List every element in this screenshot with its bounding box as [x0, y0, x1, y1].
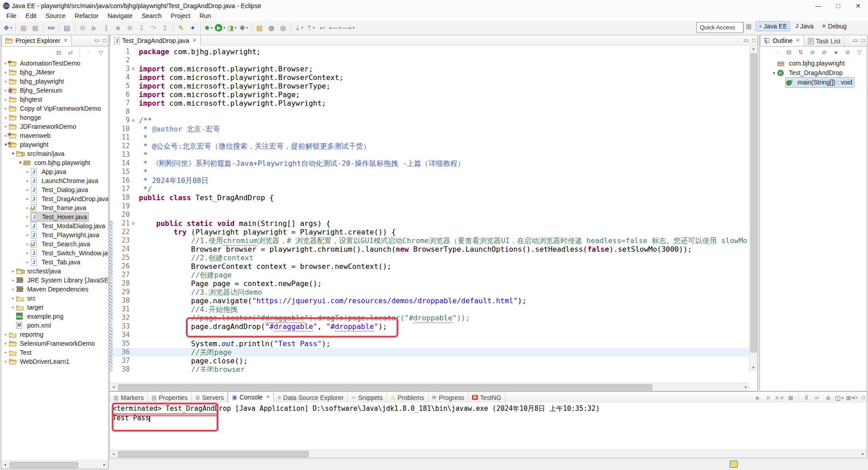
status-tray-icon[interactable] [730, 461, 738, 468]
minimize-view-icon[interactable]: ▭ [94, 37, 99, 43]
expand-icon[interactable]: ▸ [10, 294, 16, 303]
code-line-12[interactable]: 12 * @公众号:北京宏哥（微信搜索，关注宏哥，提前解锁更多测试干货） [110, 142, 757, 150]
tab-outline[interactable]: Outline ✕ [760, 35, 804, 46]
expand-icon[interactable]: ▸ [3, 348, 9, 357]
collapse-icon[interactable]: ▾ [18, 158, 23, 167]
code-line-9[interactable]: 9⊖/** [110, 116, 757, 125]
outline-hide-non-public-button[interactable]: ● [832, 47, 840, 56]
tree-item-jre-system-library-javase-1-[interactable]: ▸JRE System Library [JavaSE-1. [1, 276, 108, 285]
toolbar-external-tools-button[interactable]: ✱▾ [238, 23, 249, 33]
code-line-27[interactable]: 27 //创建page [110, 271, 757, 279]
toolbar-suspend-button[interactable]: ∥ [101, 23, 112, 33]
collapse-icon[interactable]: ▾ [10, 149, 16, 158]
toolbar-forward-button[interactable]: ⟶▾ [342, 23, 355, 33]
maximize-view-icon[interactable]: □ [752, 37, 755, 43]
collapse-icon[interactable]: ▾ [3, 140, 9, 149]
close-icon[interactable]: ✕ [796, 38, 800, 43]
console-clear-console-button[interactable]: ⊠ [786, 393, 795, 402]
scroll-down-icon[interactable]: ▾ [750, 365, 757, 372]
scroll-left-icon[interactable]: ◂ [110, 450, 117, 458]
expand-icon[interactable]: ▸ [10, 303, 16, 312]
toolbar-step-return-button[interactable]: ↥ [160, 23, 170, 33]
outline-tree[interactable]: com.bjhg.playwright▾CTest_DragAndDropSma… [760, 59, 867, 391]
tab-project-explorer[interactable]: Project Explorer ✕ [1, 35, 72, 46]
explorer-view-menu-button[interactable]: ▽ [97, 48, 105, 57]
menu-file[interactable]: File [2, 12, 21, 21]
maximize-view-icon[interactable]: □ [862, 394, 865, 400]
tree-item-app-java[interactable]: ▸JApp.java [1, 167, 108, 176]
chevron-down-icon[interactable]: ▾ [313, 26, 315, 30]
tree-item-test-tab-java[interactable]: ▸JTest_Tab.java [1, 258, 108, 267]
code-line-34[interactable]: 34 [110, 331, 757, 339]
toolbar-terminate-button[interactable]: ■ [113, 23, 123, 33]
expand-icon[interactable]: ▸ [3, 131, 9, 140]
tree-item-src[interactable]: ▸src [1, 294, 108, 303]
console-remove-launch-button[interactable]: ✕ [764, 393, 773, 402]
toolbar-skip-breakpoints-button[interactable]: ⊘ [77, 23, 88, 33]
chevron-down-icon[interactable]: ▾ [235, 26, 236, 30]
code-editor[interactable]: 1package com.bjhg.playwright;23⊖import c… [110, 46, 757, 372]
expand-icon[interactable]: ▸ [3, 330, 9, 339]
console-scroll-lock-button[interactable]: ⊼ [802, 393, 811, 402]
menu-project[interactable]: Project [166, 12, 195, 21]
toolbar-next-annotation-button[interactable]: ⇣▾ [293, 23, 304, 33]
expand-icon[interactable]: ▸ [25, 212, 30, 221]
minimize-view-icon[interactable]: ▭ [743, 37, 748, 43]
tree-item-jdframeworkdemo[interactable]: ▸JDFrameworkDemo [1, 122, 108, 131]
explorer-collapse-all-button[interactable]: ⊟ [55, 48, 63, 57]
scroll-left-icon[interactable]: ◂ [1, 461, 9, 469]
fold-marker-icon[interactable]: ⊖ [132, 65, 135, 73]
toolbar-search-button[interactable]: ✦ [187, 23, 198, 33]
toolbar-back-button[interactable]: ⟵▾ [329, 23, 341, 33]
expand-icon[interactable]: ▸ [3, 95, 9, 104]
code-line-8[interactable]: 8 [110, 108, 757, 116]
code-line-3[interactable]: 3⊖import com.microsoft.playwright.Browse… [110, 65, 757, 73]
tree-item-maven-dependencies[interactable]: ▸Maven Dependencies [1, 285, 108, 294]
code-line-13[interactable]: 13 * [110, 150, 757, 159]
tree-item-playwright[interactable]: ▾Mplaywright [1, 140, 108, 149]
tree-item-bjhgtest[interactable]: ▸bjhgtest [1, 95, 108, 104]
outline-focus-button[interactable]: ◌ [773, 47, 781, 56]
tree-item-test-playwright-java[interactable]: ▸JTest_Playwright.java [1, 230, 108, 240]
tree-item-test-draganddrop-java[interactable]: ▸JTest_DragAndDrop.java [1, 194, 108, 203]
tree-item-reportng[interactable]: ▸reportng [1, 330, 108, 339]
toolbar-new-wizard-button[interactable]: ❖▾ [2, 23, 13, 33]
toolbar-save-all-button[interactable]: ▩ [30, 23, 41, 33]
outline-hide-local-types-button[interactable]: ⊘ [844, 47, 852, 56]
expand-icon[interactable]: ▸ [3, 77, 9, 86]
maximize-button[interactable]: □ [828, 0, 848, 12]
outline-item-main-string-void[interactable]: Smain(String[]) : void [760, 78, 867, 87]
code-line-1[interactable]: 1package com.bjhg.playwright; [110, 47, 757, 56]
expand-icon[interactable]: ▸ [3, 86, 9, 95]
toolbar-run-button[interactable]: ▶▾ [215, 23, 226, 33]
code-line-29[interactable]: 29 //3.浏览器访问demo [110, 288, 757, 296]
expand-icon[interactable]: ▸ [25, 194, 30, 203]
perspective-java-ee[interactable]: ♦Java EE [756, 21, 790, 31]
chevron-down-icon[interactable]: ▾ [301, 26, 303, 30]
tree-item-launchchrome-java[interactable]: ▸JLaunchChrome.java [1, 176, 108, 185]
expand-icon[interactable]: ▸ [3, 59, 9, 68]
expand-icon[interactable]: ▸ [10, 267, 16, 276]
expand-icon[interactable]: ▸ [25, 249, 30, 258]
close-icon[interactable]: ✕ [266, 394, 270, 400]
menu-search[interactable]: Search [137, 12, 166, 21]
tree-item-test-search-java[interactable]: ▸JTest_Search.java [1, 240, 108, 249]
expand-icon[interactable]: ▸ [3, 357, 9, 366]
expand-icon[interactable]: ▸ [3, 104, 9, 113]
scrollbar-thumb[interactable] [118, 384, 652, 390]
fold-marker-icon[interactable]: ⊖ [132, 116, 135, 125]
project-explorer-tree[interactable]: ▸MAutomationTestDemo▸bjhg_JMeter▸bjhg_pl… [1, 59, 108, 461]
tree-item-bjhg-jmeter[interactable]: ▸bjhg_JMeter [1, 68, 108, 77]
expand-icon[interactable]: ▸ [25, 258, 30, 267]
tree-item-hongge[interactable]: ▸hongge [1, 113, 108, 122]
outline-item-com-bjhg-playwright[interactable]: com.bjhg.playwright [760, 59, 867, 68]
code-line-14[interactable]: 14 * 《刚刚问世》系列初窥篇-Java+Playwright自动化测试-20… [110, 159, 757, 168]
console-word-wrap-button[interactable]: ↵ [813, 393, 822, 402]
menu-refactor[interactable]: Refactor [70, 12, 103, 21]
tree-item-pom-xml[interactable]: Mpom.xml [1, 321, 108, 330]
close-icon[interactable]: ✕ [64, 38, 68, 43]
tree-item-test-hover-java[interactable]: ▸JTest_Hover.java [1, 212, 108, 221]
code-line-16[interactable]: 16 * 2024年10月08日 [110, 176, 757, 185]
code-line-31[interactable]: 31 //4.开始拖拽 [110, 305, 757, 314]
tree-item-test[interactable]: ▸Test [1, 348, 108, 357]
